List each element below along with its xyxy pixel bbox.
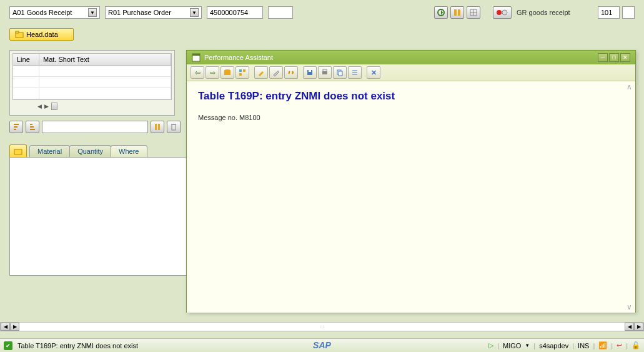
movement-type-extra-input[interactable] xyxy=(622,6,635,19)
nav-back-icon[interactable]: ⇦ xyxy=(191,66,204,79)
scroll-left-icon[interactable]: ◀ xyxy=(1,323,10,331)
svg-rect-18 xyxy=(224,71,230,75)
scroll-right-icon[interactable]: ▶ xyxy=(44,103,49,109)
sap-logo: SAP xyxy=(313,340,331,350)
tab-material-label: Material xyxy=(37,148,62,155)
status-message: Table T169P: entry ZNMI does not exist xyxy=(17,342,138,349)
scroll-right-icon[interactable]: ▶ xyxy=(634,323,643,331)
delete-icon[interactable] xyxy=(167,121,181,133)
status-play-icon[interactable]: ▷ xyxy=(488,341,493,349)
table-row[interactable] xyxy=(13,88,171,99)
print-icon[interactable] xyxy=(318,66,332,79)
svg-point-7 xyxy=(502,10,507,15)
edit-icon[interactable] xyxy=(254,66,268,79)
svg-rect-1 xyxy=(454,9,457,16)
status-bar: ✔ Table T169P: entry ZNMI does not exist… xyxy=(0,338,644,352)
tab-material[interactable]: Material xyxy=(29,145,70,157)
pencil-icon[interactable] xyxy=(269,66,283,79)
scroll-right-icon[interactable]: ◀ xyxy=(625,323,634,331)
db-icon[interactable] xyxy=(220,66,234,79)
status-mode: INS xyxy=(578,342,589,349)
document-item-input[interactable] xyxy=(268,6,293,19)
search-icon[interactable] xyxy=(151,121,164,133)
action-type-value: A01 Goods Receipt xyxy=(12,9,72,16)
dialog-icon xyxy=(192,53,201,62)
scroll-up-icon[interactable]: ∧ xyxy=(627,83,632,91)
item-search-input[interactable] xyxy=(42,121,148,133)
svg-rect-9 xyxy=(16,31,19,33)
svg-rect-2 xyxy=(458,9,460,16)
item-table: Line Mat. Short Text ◀ ▶ xyxy=(9,50,175,116)
save-icon[interactable] xyxy=(303,66,317,79)
tab-quantity-label: Quantity xyxy=(77,148,103,155)
tab-where-label: Where xyxy=(119,148,139,155)
ref-doc-value: R01 Purchase Order xyxy=(108,9,171,16)
svg-rect-19 xyxy=(239,69,242,72)
table-row[interactable] xyxy=(13,77,171,88)
link-icon[interactable] xyxy=(284,66,298,79)
nav-forward-icon[interactable]: ⇨ xyxy=(206,66,219,79)
table-body xyxy=(12,66,172,100)
svg-rect-23 xyxy=(309,70,311,72)
scroll-down-icon[interactable]: ∨ xyxy=(627,303,632,311)
svg-rect-16 xyxy=(192,54,200,56)
horizontal-scrollbar[interactable]: ◀ ▶ ::: ◀ ▶ xyxy=(0,322,644,331)
copy-icon[interactable] xyxy=(333,66,347,79)
top-toolbar: A01 Goods Receipt ▼ R01 Purchase Order ▼… xyxy=(9,6,635,19)
svg-rect-10 xyxy=(155,124,157,130)
scroll-left-icon[interactable]: ◀ xyxy=(37,103,42,109)
close-icon[interactable]: ✕ xyxy=(620,53,630,62)
find-icon[interactable] xyxy=(450,6,464,19)
folder-icon xyxy=(15,30,24,39)
grid-icon[interactable] xyxy=(467,6,480,19)
document-number-input[interactable] xyxy=(207,6,263,19)
minimize-icon[interactable]: ─ xyxy=(598,53,608,62)
svg-rect-27 xyxy=(339,71,342,76)
sort-asc-icon[interactable] xyxy=(9,121,23,133)
tab-where[interactable]: Where xyxy=(111,145,147,157)
stop-icon[interactable]: ✕ xyxy=(367,66,380,79)
col-line-header[interactable]: Line xyxy=(13,54,39,65)
head-data-button[interactable]: Head.data xyxy=(9,28,74,41)
dialog-message-no: Message no. M8100 xyxy=(198,114,624,121)
performance-assistant-dialog: Performance Assistant ─ □ ✕ ⇦ ⇨ ✕ Table … xyxy=(186,50,636,313)
svg-rect-11 xyxy=(158,124,160,130)
list-icon[interactable] xyxy=(348,66,362,79)
table-row[interactable] xyxy=(13,66,171,77)
scroll-track[interactable]: ::: xyxy=(19,324,625,329)
execute-icon[interactable] xyxy=(434,6,448,19)
dialog-titlebar[interactable]: Performance Assistant ─ □ ✕ xyxy=(187,51,635,64)
dialog-body: Table T169P: entry ZNMI does not exist M… xyxy=(187,81,635,313)
svg-point-6 xyxy=(497,10,502,15)
traffic-light-icon[interactable] xyxy=(493,6,512,19)
dialog-scrollbar[interactable]: ∧ ∨ xyxy=(624,83,634,311)
svg-rect-25 xyxy=(323,69,327,71)
tcode-dropdown-icon[interactable]: ▼ xyxy=(525,343,530,348)
tree-icon[interactable] xyxy=(235,66,249,79)
movement-type-input[interactable] xyxy=(598,6,620,19)
detail-folder-icon[interactable] xyxy=(9,144,27,157)
ref-doc-dropdown[interactable]: R01 Purchase Order ▼ xyxy=(105,6,202,19)
scroll-left-icon[interactable]: ▶ xyxy=(10,323,19,331)
col-material-header[interactable]: Mat. Short Text xyxy=(39,54,171,65)
status-tcode: MIGO xyxy=(503,342,521,349)
dialog-toolbar: ⇦ ⇨ ✕ xyxy=(187,64,635,81)
sort-desc-icon[interactable] xyxy=(26,121,39,133)
dialog-title-text: Performance Assistant xyxy=(204,54,273,61)
status-exit-icon[interactable]: ↩ xyxy=(617,341,622,349)
tab-quantity[interactable]: Quantity xyxy=(69,145,111,157)
maximize-icon[interactable]: □ xyxy=(609,53,619,62)
svg-rect-24 xyxy=(322,71,327,74)
scroll-thumb[interactable] xyxy=(51,103,57,110)
dropdown-arrow-icon: ▼ xyxy=(190,8,199,17)
table-header: Line Mat. Short Text xyxy=(12,53,172,66)
svg-rect-21 xyxy=(239,73,242,76)
svg-rect-20 xyxy=(243,69,245,72)
status-signal-icon: 📶 xyxy=(598,341,607,349)
svg-rect-14 xyxy=(14,149,22,154)
head-data-label: Head.data xyxy=(26,31,58,38)
status-lock-icon[interactable]: 🔓 xyxy=(632,341,640,349)
status-system: s4sapdev xyxy=(539,342,568,349)
action-type-dropdown[interactable]: A01 Goods Receipt ▼ xyxy=(9,6,100,19)
status-ok-icon: ✔ xyxy=(4,341,12,350)
